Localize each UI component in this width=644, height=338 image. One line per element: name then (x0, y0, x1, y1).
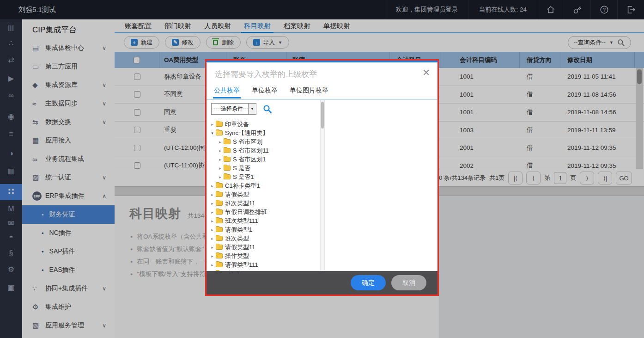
expand-arrow-icon[interactable]: ▾ (209, 131, 215, 135)
collapse-arrow-icon[interactable]: ▸ (209, 236, 215, 241)
collapse-arrow-icon[interactable]: ▸ (209, 192, 215, 197)
tree-item-label: 请假类型1 (225, 226, 252, 234)
collapse-arrow-icon[interactable]: ▸ (217, 140, 223, 144)
app-root: 刘强5.1测试 欢迎，集团管理员登录 当前在线人数: 24 ? |||∴⇄▶∞◉… (0, 0, 644, 338)
folder-icon (224, 157, 231, 162)
chevron-down-icon: ▼ (248, 104, 256, 114)
import-enum-dialog: 选择需要导入枚举的上级枚举 ✕ 公共枚举单位枚举单位图片枚举 ----选择条件-… (205, 59, 439, 296)
tree-item-label: 班次类型11 (225, 199, 255, 208)
folder-icon (216, 236, 223, 241)
tree-item[interactable]: ▸班次类型 (207, 234, 319, 243)
collapse-arrow-icon[interactable]: ▸ (209, 254, 215, 258)
tree-item-label: S 是否1 (233, 173, 254, 181)
collapse-arrow-icon[interactable]: ▸ (209, 263, 215, 267)
tree-item-label: S 是否 (233, 164, 250, 172)
tree-item-label: C1补卡类型1 (225, 182, 260, 190)
tree-item[interactable]: ▸操作类型 (207, 252, 319, 260)
collapse-arrow-icon[interactable]: ▸ (209, 122, 215, 127)
ok-button[interactable]: 确定 (351, 275, 386, 290)
tree-item[interactable]: ▸班次类型111 (207, 216, 319, 225)
tree-item[interactable]: ▸S 省市区划1 (207, 155, 319, 164)
tree-item[interactable]: ▸请假类型11 (207, 243, 319, 252)
tree-item-label: 班次类型 (225, 234, 249, 243)
tree-item-label: S 省市区划11 (233, 147, 269, 155)
collapse-arrow-icon[interactable]: ▸ (209, 210, 215, 215)
collapse-arrow-icon[interactable]: ▸ (209, 201, 215, 206)
folder-icon (216, 245, 223, 250)
collapse-arrow-icon[interactable]: ▸ (209, 219, 215, 223)
cancel-button[interactable]: 取消 (391, 275, 426, 290)
dialog-title: 选择需要导入枚举的上级枚举 (215, 69, 317, 80)
folder-icon (216, 192, 223, 197)
dialog-tab-单位枚举[interactable]: 单位枚举 (252, 86, 278, 98)
folder-icon (216, 122, 223, 127)
folder-icon (224, 139, 231, 144)
folder-icon (216, 183, 223, 188)
tree-search-icon[interactable] (263, 104, 272, 114)
enum-tree: ▸印章设备▾Sync【通用类】▸S 省市区划▸S 省市区划11▸S 省市区划1▸… (207, 120, 319, 271)
tree-item[interactable]: ▸班次类型11 (207, 199, 319, 208)
tree-item-label: 请假类型 (225, 191, 249, 199)
dialog-right-panel (326, 100, 437, 271)
tree-item-label: 班次类型111 (225, 217, 258, 225)
tree-item-label: 请假类型11 (225, 243, 255, 252)
tree-scrollbar-thumb[interactable] (321, 102, 324, 129)
collapse-arrow-icon[interactable]: ▸ (217, 157, 223, 162)
tree-item-label: 操作类型 (225, 252, 249, 260)
tree-scrollbar[interactable] (320, 100, 325, 271)
tree-item[interactable]: ▸节假日调整排班 (207, 208, 319, 216)
folder-icon (224, 148, 231, 153)
tree-item[interactable]: ▾Sync【通用类】 (207, 129, 319, 137)
collapse-arrow-icon[interactable]: ▸ (217, 175, 223, 179)
collapse-arrow-icon[interactable]: ▸ (209, 184, 215, 188)
close-icon[interactable]: ✕ (422, 67, 430, 78)
collapse-arrow-icon[interactable]: ▸ (209, 245, 215, 250)
tree-item[interactable]: ▸请假类型 (207, 190, 319, 199)
tree-item-label: Sync【通用类】 (225, 129, 268, 137)
tree-item-label: 请假类型111 (225, 261, 258, 269)
dialog-tab-单位图片枚举[interactable]: 单位图片枚举 (290, 86, 328, 98)
collapse-arrow-icon[interactable]: ▸ (209, 227, 215, 232)
tree-item-label: 印章设备 (225, 120, 249, 129)
tree-item-label: 节假日调整排班 (225, 208, 267, 216)
folder-icon (216, 209, 223, 215)
tree-item[interactable]: ▸请假类型111 (207, 260, 319, 269)
tree-item[interactable]: ▸S 是否 (207, 164, 319, 172)
filter-select[interactable]: ----选择条件---- ▼ (211, 103, 256, 115)
tree-item-label: S 省市区划 (233, 138, 262, 146)
tree-item[interactable]: ▸S 省市区划11 (207, 146, 319, 155)
folder-icon (216, 201, 223, 206)
folder-icon (216, 262, 223, 267)
tree-item[interactable]: ▸S 是否1 (207, 172, 319, 181)
folder-icon (216, 227, 223, 232)
dialog-tab-公共枚举[interactable]: 公共枚举 (214, 86, 240, 98)
folder-icon (224, 166, 231, 171)
folder-icon (216, 253, 223, 258)
dialog-footer: 确定 取消 (207, 271, 437, 295)
filter-select-label: ----选择条件---- (212, 104, 248, 114)
tree-item[interactable]: ▸请假类型1 (207, 225, 319, 234)
tree-item-label: S 省市区划1 (233, 155, 266, 164)
tree-item[interactable]: ▸S 省市区划 (207, 137, 319, 146)
dialog-top-accent (207, 61, 437, 62)
collapse-arrow-icon[interactable]: ▸ (217, 148, 223, 153)
collapse-arrow-icon[interactable]: ▸ (217, 166, 223, 171)
folder-icon (216, 130, 223, 135)
folder-icon (224, 174, 231, 179)
folder-icon (216, 218, 223, 223)
tree-item[interactable]: ▸C1补卡类型1 (207, 181, 319, 190)
tree-item[interactable]: ▸印章设备 (207, 120, 319, 129)
